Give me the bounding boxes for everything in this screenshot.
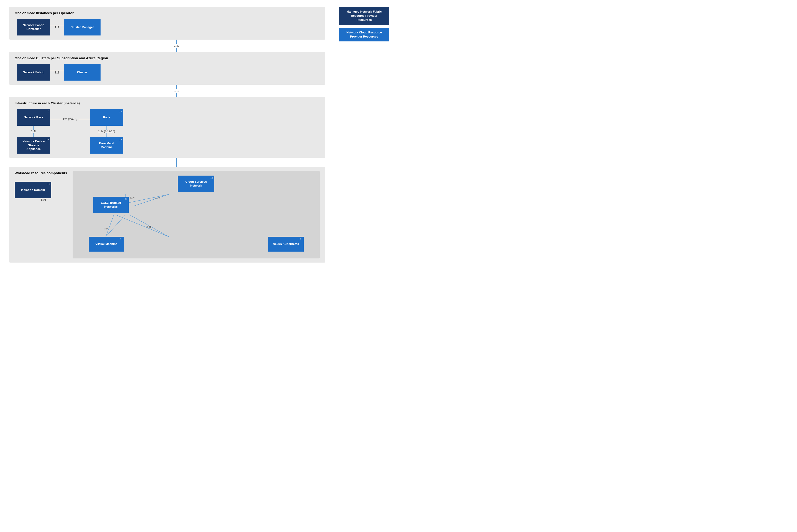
svg-text:1::N: 1::N <box>130 196 134 199</box>
legend-managed: Managed Network Fabric Resource Provider… <box>339 7 389 25</box>
badge-rack: 1+ <box>119 110 122 113</box>
badge-bare-metal: 1+ <box>119 138 122 141</box>
section-infrastructure: Infrastructure in each Cluster (instance… <box>9 97 325 158</box>
node-cluster-manager: Cluster Manager <box>64 19 100 36</box>
node-network-fabric: Network Fabric <box>17 64 50 80</box>
node-rack: Rack 1+ <box>90 109 123 126</box>
conn-horiz-label: 1::n (max 8) <box>61 117 78 121</box>
node-l2l3: L2/L3/Trunked Networks 1+ <box>93 197 129 213</box>
badge-vm: 1+ <box>120 238 123 241</box>
badge-nexus: 1+ <box>300 238 302 241</box>
svg-text:N::N: N::N <box>146 225 151 228</box>
badge-network-device: 1+ <box>46 138 49 141</box>
legend: Managed Network Fabric Resource Provider… <box>339 7 389 41</box>
section1-title: One or more instances per Operator <box>15 11 320 15</box>
section3-title: Infrastructure in each Cluster (instance… <box>15 101 320 105</box>
connector-s3-s4 <box>28 158 325 167</box>
node-isolation-domain: Isolation Domain 1+ <box>15 182 51 198</box>
section-clusters: One or more Clusters per Subscription an… <box>9 52 325 85</box>
node-nexus: Nexus Kubernetes 1+ <box>268 237 304 251</box>
section2-title: One or more Clusters per Subscription an… <box>15 56 320 60</box>
svg-line-5 <box>106 215 114 237</box>
section-workload: Workload resource components Isolation D… <box>9 167 325 263</box>
infra-right-col: Rack 1+ 1::N (8/12/16) Bare Metal Machin… <box>90 109 123 154</box>
connector-1-1-b: 1::1 <box>55 71 59 74</box>
svg-line-3 <box>134 194 169 206</box>
svg-text:N::N: N::N <box>104 228 109 230</box>
svg-line-8 <box>106 215 125 237</box>
badge-isolation: 1+ <box>48 183 50 186</box>
section-operator: One or more instances per Operator Netwo… <box>9 7 325 40</box>
connector-s2-s3: 1::1 <box>28 85 325 97</box>
conn-right-label: 1::N (8/12/16) <box>98 130 115 133</box>
section4-title: Workload resource components <box>15 171 67 175</box>
infra-left-col: Network Rack 1 1::N Network Device Stora… <box>17 109 50 154</box>
badge-network-rack: 1 <box>48 110 49 113</box>
connector-s1-s2: 1::N <box>28 40 325 52</box>
legend-cloud: Network Cloud Resource Provider Resource… <box>339 28 389 41</box>
node-cluster: Cluster <box>64 64 100 80</box>
node-bare-metal: Bare Metal Machine 1+ <box>90 137 123 154</box>
node-network-rack: Network Rack 1 <box>17 109 50 126</box>
conn-isolation-label: 1::N <box>40 198 47 202</box>
badge-cloud: 1+ <box>210 176 213 179</box>
node-cloud-services: Cloud Services Network 1+ <box>178 175 215 192</box>
conn-left-label: 1::N <box>31 130 36 133</box>
node-network-fabric-controller: Network Fabric Controller <box>17 19 50 36</box>
badge-l2l3: 1+ <box>125 197 127 201</box>
svg-text:1::N: 1::N <box>155 196 160 199</box>
connector-1-1: 1::1 <box>55 26 59 29</box>
node-network-device: Network Device Storage Appliance 1+ <box>17 137 50 154</box>
node-virtual-machine: Virtual Machine 1+ <box>89 237 124 251</box>
svg-line-7 <box>116 215 169 237</box>
